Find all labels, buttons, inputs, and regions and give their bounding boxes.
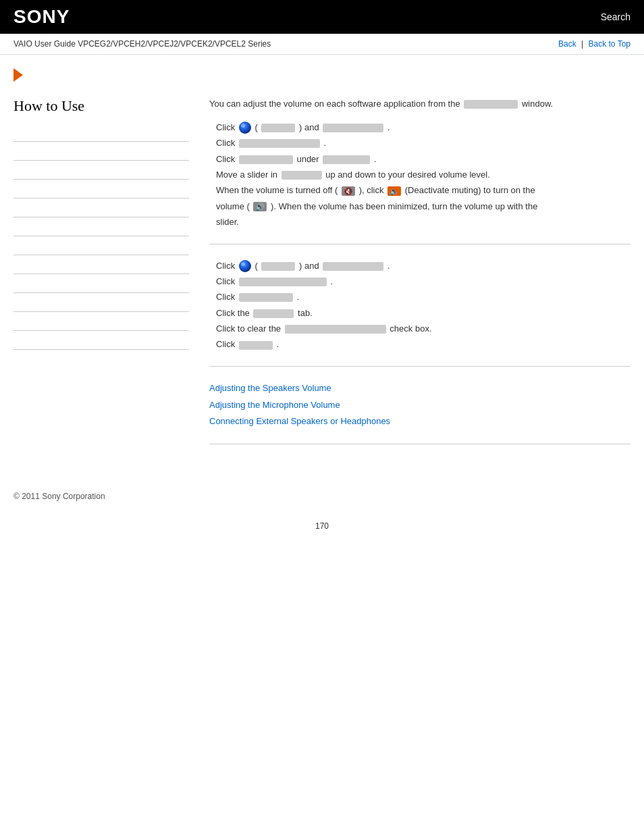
blurred-word <box>239 139 320 148</box>
related-link-microphone-volume[interactable]: Adjusting the Microphone Volume <box>209 397 630 414</box>
arrow-section <box>0 55 644 90</box>
sidebar-title: How to Use <box>14 97 189 115</box>
page-number: 170 <box>0 515 644 544</box>
s2-step-1: Click ( ) and . <box>216 258 630 273</box>
list-item[interactable] <box>14 123 189 142</box>
step-5: When the volume is turned off ( 🔇 ), cli… <box>216 182 630 198</box>
blurred-word <box>253 309 294 318</box>
guide-title: VAIO User Guide VPCEG2/VPCEH2/VPCEJ2/VPC… <box>14 39 271 49</box>
list-item[interactable] <box>14 274 189 293</box>
copyright: © 2011 Sony Corporation <box>14 492 105 501</box>
blurred-word <box>323 155 370 164</box>
s2-step-5: Click to clear the check box. <box>216 321 630 336</box>
muted-speaker-icon: 🔇 <box>342 186 355 196</box>
sidebar: How to Use <box>14 90 203 458</box>
start-icon-2 <box>239 260 251 272</box>
nav-links: Back | Back to Top <box>558 39 630 49</box>
list-item[interactable] <box>14 180 189 199</box>
s2-step-2: Click . <box>216 273 630 289</box>
section-divider-3 <box>209 444 630 444</box>
list-item[interactable] <box>14 161 189 180</box>
blurred-word <box>323 262 383 271</box>
list-item[interactable] <box>14 217 189 236</box>
list-item[interactable] <box>14 331 189 350</box>
breadcrumb-bar: VAIO User Guide VPCEG2/VPCEH2/VPCEJ2/VPC… <box>0 34 644 55</box>
list-item[interactable] <box>14 255 189 274</box>
blurred-word <box>464 100 518 109</box>
volume-icon: 🔊 <box>253 202 267 211</box>
blurred-word <box>261 262 295 271</box>
start-icon <box>239 122 251 134</box>
blurred-word <box>239 293 293 302</box>
header: SONY Search <box>0 0 644 34</box>
list-item[interactable] <box>14 199 189 217</box>
s2-step-3: Click . <box>216 289 630 305</box>
related-link-speakers-volume[interactable]: Adjusting the Speakers Volume <box>209 380 630 397</box>
related-links: Adjusting the Speakers Volume Adjusting … <box>209 380 630 430</box>
main-layout: How to Use You can adjust the volume on … <box>0 90 644 458</box>
step-5c: slider. <box>216 214 630 230</box>
list-item[interactable] <box>14 293 189 312</box>
back-link[interactable]: Back <box>558 39 576 49</box>
section-1-steps: Click ( ) and . Click . Click under . <box>209 120 630 230</box>
s2-step-6: Click . <box>216 336 630 352</box>
blurred-word <box>239 341 273 350</box>
intro-paragraph: You can adjust the volume on each softwa… <box>209 97 630 111</box>
step-4: Move a slider in up and down to your des… <box>216 167 630 182</box>
step-2: Click . <box>216 135 630 151</box>
step-3: Click under . <box>216 151 630 167</box>
search-button[interactable]: Search <box>601 11 630 22</box>
s2-step-4: Click the tab. <box>216 305 630 321</box>
list-item[interactable] <box>14 142 189 161</box>
section-divider-2 <box>209 366 630 367</box>
blurred-word <box>239 155 293 164</box>
blurred-word <box>239 278 327 286</box>
blurred-word <box>323 124 383 132</box>
unmute-icon: 🔈 <box>387 186 401 196</box>
blurred-word <box>261 124 295 132</box>
list-item[interactable] <box>14 312 189 331</box>
step-1: Click ( ) and . <box>216 120 630 135</box>
section-divider-1 <box>209 244 630 244</box>
step-5b: volume ( 🔊 ). When the volume has been m… <box>216 199 630 214</box>
arrow-icon <box>14 68 23 82</box>
separator: | <box>581 39 583 49</box>
footer: © 2011 Sony Corporation <box>0 478 644 515</box>
section-2-steps: Click ( ) and . Click . Click . Click th… <box>209 258 630 353</box>
back-to-top-link[interactable]: Back to Top <box>589 39 630 49</box>
blurred-word <box>285 325 386 334</box>
blurred-word <box>281 171 322 180</box>
sony-logo: SONY <box>14 6 70 28</box>
content-area: You can adjust the volume on each softwa… <box>203 90 630 458</box>
related-link-external-speakers[interactable]: Connecting External Speakers or Headphon… <box>209 413 630 430</box>
list-item[interactable] <box>14 236 189 255</box>
